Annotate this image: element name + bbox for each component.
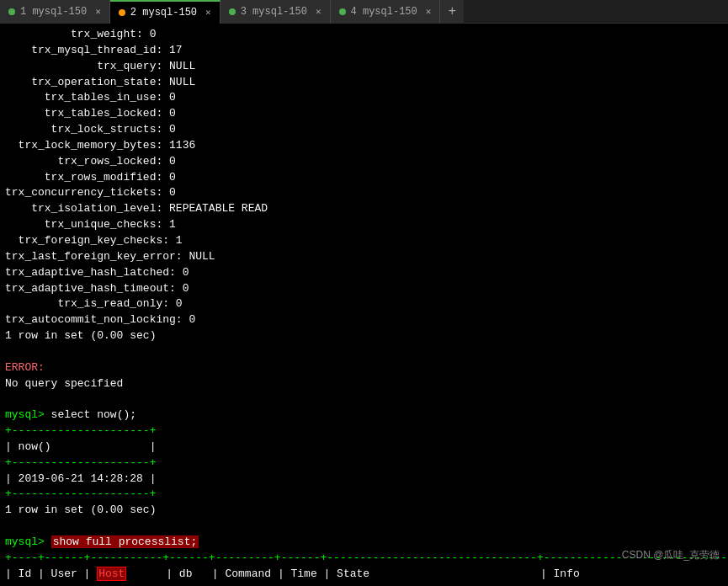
tab-2-label: 2 mysql-150 <box>130 7 197 19</box>
line-error: ERROR: <box>5 360 723 376</box>
terminal: trx_weight: 0 trx_mysql_thread_id: 17 tr… <box>0 24 728 586</box>
tab-3-dot <box>229 8 236 15</box>
line-13: trx_unique_checks: 1 <box>5 217 723 233</box>
line-2: trx_mysql_thread_id: 17 <box>5 43 723 59</box>
command-header: Command <box>225 567 271 580</box>
terminal-lines: trx_weight: 0 trx_mysql_thread_id: 17 tr… <box>5 27 723 586</box>
watermark: CSDN @瓜哇_克劳德 <box>622 548 720 562</box>
line-17: trx_adaptive_hash_timeout: 0 <box>5 281 723 297</box>
line-8: trx_lock_memory_bytes: 1136 <box>5 138 723 154</box>
line-16: trx_adaptive_hash_latched: 0 <box>5 265 723 281</box>
line-blank1 <box>5 344 723 360</box>
tab-1-label: 1 mysql-150 <box>20 6 87 18</box>
tab-3-close[interactable]: ✕ <box>316 6 321 17</box>
tab-2-dot <box>119 9 125 16</box>
tab-3-label: 3 mysql-150 <box>241 6 307 18</box>
line-now-header: | now() | <box>5 440 723 455</box>
tab-2[interactable]: 2 mysql-150 ✕ <box>110 0 221 24</box>
line-12: trx_isolation_level: REPEATABLE READ <box>5 201 723 217</box>
line-now-val: | 2019-06-21 14:28:28 | <box>5 471 723 487</box>
proc-sep-mid: +----+------+-----------+------+--------… <box>5 583 723 586</box>
line-no-query: No query specified <box>5 376 723 392</box>
tab-4-close[interactable]: ✕ <box>426 6 432 17</box>
tab-bar: 1 mysql-150 ✕ 2 mysql-150 ✕ 3 mysql-150 … <box>0 0 728 24</box>
tab-1-dot <box>8 8 15 15</box>
new-tab-button[interactable]: + <box>440 0 464 24</box>
line-9: trx_rows_locked: 0 <box>5 154 723 170</box>
proc-header: | Id | User | Host | db | Command | Time… <box>5 567 723 583</box>
line-11: trx_concurrency_tickets: 0 <box>5 185 723 201</box>
line-1: trx_weight: 0 <box>5 27 723 43</box>
tab-1-close[interactable]: ✕ <box>95 6 101 17</box>
line-show-cmd: mysql> show full processlist; <box>5 535 723 551</box>
tab-4-dot <box>339 8 346 15</box>
line-row-count1: 1 row in set (0.00 sec) <box>5 503 723 519</box>
line-6: trx_tables_locked: 0 <box>5 106 723 122</box>
line-3: trx_query: NULL <box>5 59 723 75</box>
line-15: trx_last_foreign_key_error: NULL <box>5 249 723 265</box>
line-blank3 <box>5 519 723 535</box>
line-sep2: +---------------------+ <box>5 455 723 471</box>
line-14: trx_foreign_key_checks: 1 <box>5 233 723 249</box>
line-20: 1 row in set (0.00 sec) <box>5 328 723 344</box>
tab-1[interactable]: 1 mysql-150 ✕ <box>0 0 110 24</box>
tab-3[interactable]: 3 mysql-150 ✕ <box>221 0 331 24</box>
proc-sep-top: +----+------+-----------+------+--------… <box>5 551 723 567</box>
line-select-now: mysql> select now(); <box>5 408 723 424</box>
tab-4-label: 4 mysql-150 <box>351 6 417 18</box>
tab-4[interactable]: 4 mysql-150 ✕ <box>331 0 441 24</box>
line-19: trx_autocommit_non_locking: 0 <box>5 312 723 328</box>
tab-2-close[interactable]: ✕ <box>205 7 211 18</box>
line-5: trx_tables_in_use: 0 <box>5 90 723 106</box>
line-sep3: +---------------------+ <box>5 487 723 503</box>
line-blank2 <box>5 392 723 408</box>
line-7: trx_lock_structs: 0 <box>5 122 723 138</box>
line-sep1: +---------------------+ <box>5 424 723 440</box>
line-4: trx_operation_state: NULL <box>5 75 723 91</box>
line-18: trx_is_read_only: 0 <box>5 296 723 312</box>
line-10: trx_rows_modified: 0 <box>5 170 723 186</box>
